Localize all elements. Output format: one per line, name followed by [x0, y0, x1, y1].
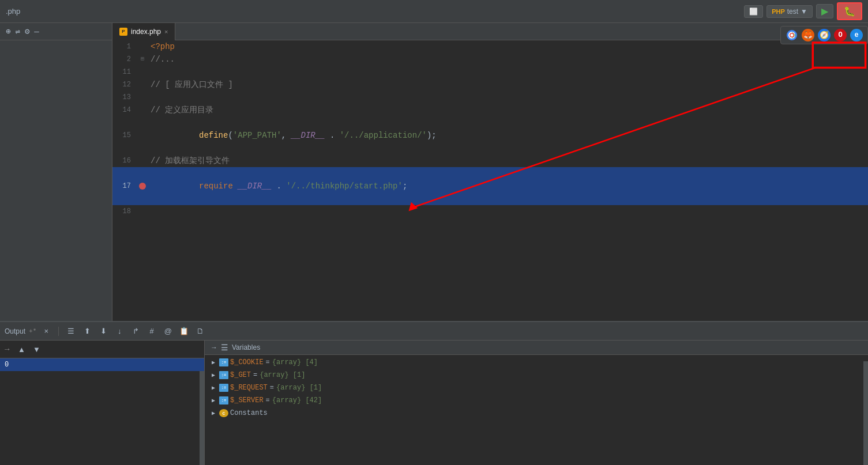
server-type-icon: := — [219, 396, 228, 404]
bottom-content: → ▲ ▼ 0 → ☰ Variables ▶ : — [0, 341, 868, 465]
bottom-panel: Output +* × ☰ ⬆ ⬇ ↓ ↱ # @ 📋 🗋 → ▲ ▼ 0 — [0, 321, 868, 465]
list-view-button[interactable]: ☰ — [65, 325, 77, 338]
firefox-icon[interactable]: 🦊 — [802, 29, 814, 41]
top-bar-actions: ⬜ PHP test ▼ ▶ 🐛 — [744, 2, 862, 20]
sidebar-toolbar: ⊕ ⇌ ⚙ — — [0, 23, 112, 40]
settings-icon[interactable]: ⚙ — [25, 27, 29, 36]
bottom-left-panel: → ▲ ▼ 0 — [0, 341, 205, 465]
run-config-button[interactable]: PHP test ▼ — [766, 5, 813, 18]
var-item-cookie[interactable]: ▶ := $_COOKIE = {array} [4] — [205, 356, 868, 369]
svg-point-3 — [791, 34, 794, 37]
scroll-down2-button[interactable]: ↓ — [113, 325, 126, 338]
expand-request[interactable]: ▶ — [209, 384, 217, 392]
code-editor: P index.php × 1 <?php 2 ⊞ //... — [112, 23, 868, 321]
code-line-12: 12 // [ 应用入口文件 ] — [112, 78, 868, 91]
var-item-get[interactable]: ▶ := $_GET = {array} [1] — [205, 369, 868, 381]
separator — [58, 327, 59, 336]
scroll-up-button[interactable]: ⬆ — [81, 325, 93, 338]
at-button[interactable]: @ — [161, 325, 174, 338]
code-line-17: 17 require __DIR__ . '/../thinkphp/start… — [112, 167, 868, 205]
output-item-0[interactable]: 0 — [0, 358, 204, 371]
php-icon: PHP — [772, 8, 785, 15]
list-icon: ☰ — [221, 343, 228, 352]
tab-close-button[interactable]: × — [164, 28, 168, 35]
arrow-indicator: → — [5, 345, 9, 354]
variables-panel: → ☰ Variables ▶ := $_COOKIE = {array} [4… — [205, 341, 868, 465]
output-arrow: +* — [29, 328, 36, 335]
chrome-icon[interactable] — [786, 29, 798, 41]
scroll-down-bottom-button[interactable]: ⬇ — [97, 325, 110, 338]
var-item-constants[interactable]: ▶ C Constants — [205, 407, 868, 419]
tab-index-php[interactable]: P index.php × — [112, 23, 175, 40]
minimize-icon[interactable]: — — [34, 27, 39, 36]
right-scrollbar[interactable] — [863, 361, 868, 465]
close-output-button[interactable]: × — [40, 325, 52, 338]
breakpoint-icon[interactable] — [139, 183, 146, 190]
code-line-13: 13 — [112, 91, 868, 104]
var-item-server[interactable]: ▶ := $_SERVER = {array} [42] — [205, 394, 868, 407]
layout-icon: ⬜ — [749, 7, 758, 16]
var-item-request[interactable]: ▶ := $_REQUEST = {array} [1] — [205, 381, 868, 394]
scrollbar[interactable] — [200, 371, 204, 465]
editor-tabs: P index.php × — [112, 23, 868, 40]
code-line-11: 11 — [112, 66, 868, 78]
variables-header: → ☰ Variables — [205, 341, 868, 355]
top-bar: .php ⬜ PHP test ▼ ▶ 🐛 — [0, 0, 868, 23]
window-title: .php — [6, 7, 20, 16]
browser-icons-bar: 🦊 🧭 O e — [780, 26, 868, 44]
ie-icon[interactable]: e — [850, 29, 863, 41]
variables-label: Variables — [232, 343, 260, 351]
debug-button[interactable]: 🐛 — [837, 2, 862, 20]
copy-button[interactable]: 🗋 — [194, 325, 206, 338]
expand-server[interactable]: ▶ — [209, 396, 217, 404]
opera-icon[interactable]: O — [834, 29, 847, 41]
code-line-16: 16 // 加载框架引导文件 — [112, 154, 868, 167]
main-area: ⊕ ⇌ ⚙ — P index.php × 1 <?php 2 — [0, 23, 868, 321]
constants-label: Constants — [230, 409, 268, 417]
cookie-type-icon: := — [219, 358, 228, 366]
tab-label: index.php — [131, 28, 161, 36]
code-line-2: 2 ⊞ //... — [112, 53, 868, 66]
code-line-1: 1 <?php — [112, 40, 868, 53]
code-line-14: 14 // 定义应用目录 — [112, 104, 868, 116]
nav-up-button[interactable]: ▲ — [15, 343, 28, 356]
dropdown-icon: ▼ — [801, 7, 807, 16]
balance-icon[interactable]: ⇌ — [15, 27, 20, 36]
updown-buttons: → ▲ ▼ — [0, 341, 204, 358]
expand-get[interactable]: ▶ — [209, 371, 217, 379]
constants-type-icon: C — [219, 409, 228, 417]
fold-icon[interactable]: ⊞ — [141, 53, 144, 66]
expand-cookie[interactable]: ▶ — [209, 358, 217, 366]
scroll-area — [0, 371, 204, 465]
safari-icon[interactable]: 🧭 — [818, 29, 831, 41]
code-line-18: 18 — [112, 205, 868, 218]
run-config-label: test — [787, 7, 798, 16]
step-out-button[interactable]: ↱ — [129, 325, 142, 338]
variables-list: ▶ := $_COOKIE = {array} [4] ▶ := $_GET =… — [205, 355, 868, 465]
code-line-15: 15 define('APP_PATH', __DIR__ . '/../app… — [112, 116, 868, 154]
add-watch-icon[interactable]: ⊕ — [6, 27, 10, 36]
get-type-icon: := — [219, 371, 228, 379]
run-button[interactable]: ▶ — [816, 4, 833, 18]
code-content: 1 <?php 2 ⊞ //... 11 12 — [112, 40, 868, 218]
inspect-button[interactable]: 📋 — [178, 325, 190, 338]
nav-down-button[interactable]: ▼ — [30, 343, 43, 356]
expand-constants[interactable]: ▶ — [209, 409, 217, 417]
bottom-toolbar: Output +* × ☰ ⬆ ⬇ ↓ ↱ # @ 📋 🗋 — [0, 322, 868, 341]
request-type-icon: := — [219, 384, 228, 392]
left-sidebar: ⊕ ⇌ ⚙ — — [0, 23, 112, 321]
panel-arrow: → — [211, 343, 217, 351]
php-tab-icon: P — [119, 28, 127, 36]
output-label: Output — [5, 327, 25, 335]
table-button[interactable]: # — [145, 325, 158, 338]
layout-button[interactable]: ⬜ — [744, 5, 763, 18]
